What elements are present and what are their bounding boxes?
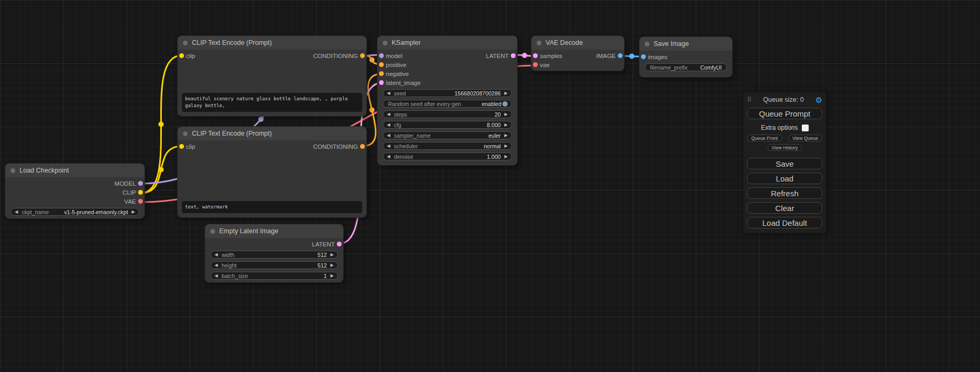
node-status-dot[interactable] [183,41,188,45]
input-slot-positive[interactable]: positive [377,60,517,69]
slot-row-model-latent[interactable]: model LATENT [377,51,517,60]
vae-input-dot[interactable] [533,62,538,67]
latent-output-dot[interactable] [511,53,516,58]
node-titlebar[interactable]: KSampler [377,36,517,50]
decrement-arrow-icon[interactable]: ◀ [215,263,218,268]
node-vae-decode[interactable]: VAE Decode samples IMAGE vae [531,36,624,71]
node-status-dot[interactable] [383,41,387,45]
node-status-dot[interactable] [11,168,15,173]
latent-image-input-dot[interactable] [379,80,384,85]
queue-front-button[interactable]: Queue Front [747,135,782,141]
node-titlebar[interactable]: Load Checkpoint [5,164,144,177]
increment-arrow-icon[interactable]: ▶ [504,112,508,117]
widget-width[interactable]: ◀ width 512 ▶ [210,251,338,259]
clip-input-dot[interactable] [179,53,184,58]
node-status-dot[interactable] [645,42,649,46]
widget-batch-size[interactable]: ◀ batch_size 1 ▶ [210,272,338,280]
decrement-arrow-icon[interactable]: ◀ [387,133,390,138]
decrement-arrow-icon[interactable]: ◀ [387,112,390,117]
widget-denoise[interactable]: ◀ denoise 1.000 ▶ [383,152,512,160]
widget-random-seed-toggle[interactable]: Random seed after every gen enabled [383,100,512,108]
widget-scheduler[interactable]: ◀ scheduler normal ▶ [383,142,512,150]
clear-button[interactable]: Clear [747,202,822,214]
decrement-arrow-icon[interactable]: ◀ [387,144,390,148]
decrement-arrow-icon[interactable]: ◀ [387,91,390,96]
node-titlebar[interactable]: Save Image [639,37,732,51]
node-clip-text-encode-negative[interactable]: CLIP Text Encode (Prompt) clip CONDITION… [178,127,366,217]
increment-arrow-icon[interactable]: ▶ [331,274,334,278]
settings-gear-icon[interactable]: ⚙ [816,96,822,104]
output-slot-model[interactable]: MODEL [5,179,144,188]
image-output-dot[interactable] [618,53,623,58]
positive-prompt-textarea[interactable]: beautiful scenery nature glass bottle la… [182,93,362,112]
output-slot-latent[interactable]: LATENT [205,240,343,249]
increment-arrow-icon[interactable]: ▶ [504,91,508,96]
images-input-dot[interactable] [641,54,646,59]
conditioning-output-dot[interactable] [360,144,365,149]
output-slot-vae[interactable]: VAE [5,197,144,206]
load-default-button[interactable]: Load Default [747,217,822,228]
negative-prompt-textarea[interactable]: text, watermark [182,201,362,213]
toggle-knob[interactable] [502,101,508,107]
slot-row-samples-image[interactable]: samples IMAGE [531,51,624,60]
view-queue-button[interactable]: View Queue [788,135,822,141]
conditioning-output-dot[interactable] [360,53,365,58]
increment-arrow-icon[interactable]: ▶ [132,210,135,214]
node-titlebar[interactable]: CLIP Text Encode (Prompt) [178,127,366,140]
node-status-dot[interactable] [537,41,541,45]
view-history-button[interactable]: View History [768,144,802,151]
increment-arrow-icon[interactable]: ▶ [504,123,508,127]
increment-arrow-icon[interactable]: ▶ [504,155,508,159]
samples-input-dot[interactable] [533,53,538,58]
refresh-button[interactable]: Refresh [747,187,822,199]
decrement-arrow-icon[interactable]: ◀ [15,210,18,214]
node-titlebar[interactable]: CLIP Text Encode (Prompt) [178,36,366,50]
decrement-arrow-icon[interactable]: ◀ [387,123,390,127]
increment-arrow-icon[interactable]: ▶ [504,144,508,148]
widget-steps[interactable]: ◀ steps 20 ▶ [383,110,512,118]
node-ksampler[interactable]: KSampler model LATENT positive negative … [377,36,517,165]
input-slot-negative[interactable]: negative [377,69,517,78]
queue-prompt-button[interactable]: Queue Prompt [747,108,822,119]
widget-ckpt-name[interactable]: ◀ ckpt_name v1-5-pruned-emaonly.ckpt ▶ [11,208,139,216]
widget-seed[interactable]: ◀ seed 156680208700286 ▶ [383,89,512,97]
clip-input-dot[interactable] [179,144,184,149]
save-button[interactable]: Save [747,158,822,169]
extra-options-checkbox[interactable] [802,125,809,131]
widget-cfg[interactable]: ◀ cfg 8.000 ▶ [383,121,512,129]
input-slot-images[interactable]: images [639,52,732,61]
load-button[interactable]: Load [747,173,822,184]
widget-filename-prefix[interactable]: filename_prefix ComfyUI [645,63,727,71]
increment-arrow-icon[interactable]: ▶ [331,263,334,268]
decrement-arrow-icon[interactable]: ◀ [387,155,390,159]
node-empty-latent-image[interactable]: Empty Latent Image LATENT ◀ width 512 ▶ … [205,224,343,282]
latent-output-dot[interactable] [337,242,342,246]
widget-sampler-name[interactable]: ◀ sampler_name euler ▶ [383,131,512,139]
node-save-image[interactable]: Save Image images filename_prefix ComfyU… [639,37,732,77]
vae-output-dot[interactable] [138,199,143,204]
comfy-menu-panel[interactable]: ⠿ Queue size: 0 ⚙ Queue Prompt Extra opt… [743,92,826,233]
decrement-arrow-icon[interactable]: ◀ [215,253,218,257]
drag-handle-icon[interactable]: ⠿ [747,96,752,103]
node-load-checkpoint[interactable]: Load Checkpoint MODEL CLIP VAE ◀ ckpt_na… [5,164,144,218]
negative-input-dot[interactable] [379,71,384,76]
node-titlebar[interactable]: Empty Latent Image [205,224,343,238]
input-slot-latent-image[interactable]: latent_image [377,78,517,87]
node-status-dot[interactable] [183,131,188,136]
input-slot-vae[interactable]: vae [531,60,624,69]
increment-arrow-icon[interactable]: ▶ [331,253,334,257]
increment-arrow-icon[interactable]: ▶ [504,133,508,138]
model-input-dot[interactable] [379,53,384,58]
output-slot-clip[interactable]: CLIP [5,188,144,197]
slot-row-clip-conditioning[interactable]: clip CONDITIONING [178,142,366,151]
slot-row-clip-conditioning[interactable]: clip CONDITIONING [178,51,366,60]
clip-output-dot[interactable] [138,190,143,195]
model-output-dot[interactable] [138,181,143,186]
decrement-arrow-icon[interactable]: ◀ [215,274,218,278]
node-clip-text-encode-positive[interactable]: CLIP Text Encode (Prompt) clip CONDITION… [178,36,366,116]
node-graph-canvas[interactable]: Load Checkpoint MODEL CLIP VAE ◀ ckpt_na… [0,0,980,372]
node-status-dot[interactable] [210,229,215,234]
positive-input-dot[interactable] [379,62,384,67]
widget-height[interactable]: ◀ height 512 ▶ [210,261,338,269]
node-titlebar[interactable]: VAE Decode [531,36,624,50]
